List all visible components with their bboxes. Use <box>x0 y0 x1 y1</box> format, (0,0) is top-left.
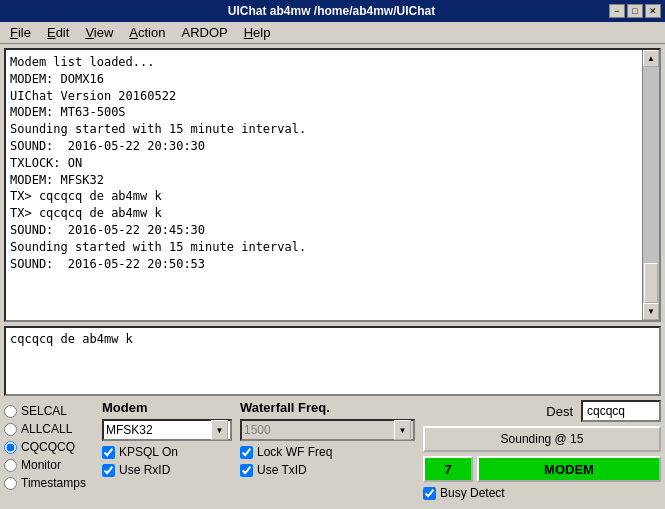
busy-detect-row[interactable]: Busy Detect <box>423 486 661 500</box>
menu-edit[interactable]: Edit <box>41 23 75 42</box>
menu-ardop[interactable]: ARDOP <box>175 23 233 42</box>
radio-allcall-label: ALLCALL <box>21 422 72 436</box>
userxid-label: Use RxID <box>119 463 170 477</box>
title-bar-buttons: − □ ✕ <box>609 4 661 18</box>
radio-timestamps-input[interactable] <box>4 477 17 490</box>
modem-section: Modem MFSK32 DOMX16 MT63-500S ▼ KPSQL On… <box>102 400 232 477</box>
maximize-button[interactable]: □ <box>627 4 643 18</box>
userxid-checkbox[interactable] <box>102 464 115 477</box>
log-text: Modem list loaded... MODEM: DOMX16 UICha… <box>6 50 642 320</box>
modem-select-arrow[interactable]: ▼ <box>211 420 228 440</box>
radio-cqcqcq-input[interactable] <box>4 441 17 454</box>
right-section: Dest Sounding @ 15 7 MODEM Busy Detect <box>423 400 661 500</box>
wf-input-container[interactable]: ▼ <box>240 419 415 441</box>
radio-allcall-input[interactable] <box>4 423 17 436</box>
radio-timestamps[interactable]: Timestamps <box>4 476 94 490</box>
lock-wf-label: Lock WF Freq <box>257 445 332 459</box>
radio-timestamps-label: Timestamps <box>21 476 86 490</box>
menu-file[interactable]: File <box>4 23 37 42</box>
modem-select[interactable]: MFSK32 DOMX16 MT63-500S <box>106 423 211 437</box>
green-row: 7 MODEM <box>423 456 661 482</box>
radio-cqcqcq-label: CQCQCQ <box>21 440 75 454</box>
input-area[interactable]: cqcqcq de ab4mw k <box>4 326 661 396</box>
busy-detect-label: Busy Detect <box>440 486 505 500</box>
wf-select-arrow[interactable]: ▼ <box>394 420 411 440</box>
radio-selcal[interactable]: SELCAL <box>4 404 94 418</box>
close-button[interactable]: ✕ <box>645 4 661 18</box>
userxid-checkbox-row[interactable]: Use RxID <box>102 463 232 477</box>
modem-button[interactable]: MODEM <box>477 456 661 482</box>
main-content: Modem list loaded... MODEM: DOMX16 UICha… <box>0 44 665 509</box>
waterfall-section: Waterfall Freq. ▼ Lock WF Freq Use TxID <box>240 400 415 477</box>
minimize-button[interactable]: − <box>609 4 625 18</box>
scroll-up-button[interactable]: ▲ <box>643 50 659 67</box>
menu-view[interactable]: View <box>79 23 119 42</box>
kpsql-checkbox[interactable] <box>102 446 115 459</box>
kpsql-checkbox-row[interactable]: KPSQL On <box>102 445 232 459</box>
dest-row: Dest <box>423 400 661 422</box>
radio-group: SELCAL ALLCALL CQCQCQ Monitor Timestamps <box>4 400 94 490</box>
sounding-button[interactable]: Sounding @ 15 <box>423 426 661 452</box>
log-area-container: Modem list loaded... MODEM: DOMX16 UICha… <box>4 48 661 322</box>
usetxid-checkbox[interactable] <box>240 464 253 477</box>
dest-label: Dest <box>546 404 573 419</box>
lock-wf-checkbox-row[interactable]: Lock WF Freq <box>240 445 415 459</box>
dest-input[interactable] <box>581 400 661 422</box>
menu-bar: File Edit View Action ARDOP Help <box>0 22 665 44</box>
kpsql-label: KPSQL On <box>119 445 178 459</box>
scroll-down-button[interactable]: ▼ <box>643 303 659 320</box>
window-title: UIChat ab4mw /home/ab4mw/UIChat <box>54 4 609 18</box>
title-bar: UIChat ab4mw /home/ab4mw/UIChat − □ ✕ <box>0 0 665 22</box>
bottom-controls: SELCAL ALLCALL CQCQCQ Monitor Timestamps… <box>4 400 661 505</box>
radio-monitor[interactable]: Monitor <box>4 458 94 472</box>
radio-cqcqcq[interactable]: CQCQCQ <box>4 440 94 454</box>
scroll-track[interactable] <box>643 67 659 303</box>
radio-selcal-label: SELCAL <box>21 404 67 418</box>
usetxid-checkbox-row[interactable]: Use TxID <box>240 463 415 477</box>
menu-action[interactable]: Action <box>123 23 171 42</box>
modem-select-container[interactable]: MFSK32 DOMX16 MT63-500S ▼ <box>102 419 232 441</box>
menu-help[interactable]: Help <box>238 23 277 42</box>
radio-monitor-label: Monitor <box>21 458 61 472</box>
vertical-scrollbar[interactable]: ▲ ▼ <box>642 50 659 320</box>
radio-selcal-input[interactable] <box>4 405 17 418</box>
radio-monitor-input[interactable] <box>4 459 17 472</box>
waterfall-label: Waterfall Freq. <box>240 400 415 415</box>
waterfall-freq-input[interactable] <box>244 423 394 437</box>
scroll-thumb[interactable] <box>644 263 658 303</box>
number-button[interactable]: 7 <box>423 456 473 482</box>
busy-detect-checkbox[interactable] <box>423 487 436 500</box>
radio-allcall[interactable]: ALLCALL <box>4 422 94 436</box>
modem-label: Modem <box>102 400 232 415</box>
lock-wf-checkbox[interactable] <box>240 446 253 459</box>
usetxid-label: Use TxID <box>257 463 307 477</box>
